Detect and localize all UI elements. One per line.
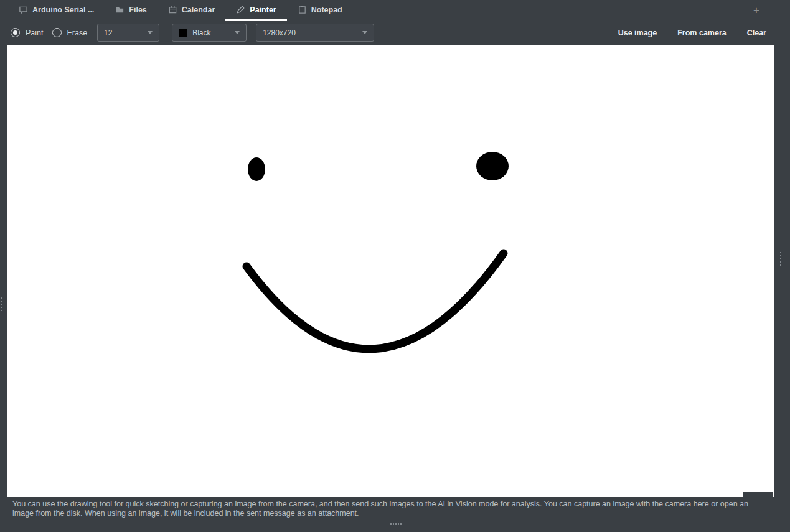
- left-panel-resize-handle[interactable]: [1, 297, 3, 311]
- smiley-drawing: [7, 45, 774, 497]
- canvas-size-value: 1280x720: [263, 29, 357, 37]
- paint-radio-circle: [11, 28, 20, 37]
- folder-icon: [115, 5, 125, 14]
- toolbar-actions: Use image From camera Clear: [618, 29, 766, 37]
- erase-radio-circle: [52, 28, 62, 37]
- chevron-down-icon: [235, 31, 240, 34]
- tab-label: Files: [129, 6, 147, 14]
- help-text: You can use the drawing tool for quick s…: [12, 500, 771, 518]
- tab-notepad[interactable]: Notepad: [287, 0, 353, 21]
- right-eye-stroke: [476, 152, 509, 180]
- tab-bar: Arduino Serial ... Files Calendar Painte…: [0, 0, 790, 21]
- erase-radio[interactable]: Erase: [52, 28, 88, 37]
- tab-calendar[interactable]: Calendar: [158, 0, 226, 21]
- color-swatch: [179, 29, 187, 37]
- chevron-down-icon: [148, 31, 153, 34]
- pencil-icon: [236, 5, 245, 14]
- tab-painter[interactable]: Painter: [225, 0, 286, 21]
- clear-button[interactable]: Clear: [747, 29, 766, 37]
- tab-label: Painter: [250, 6, 276, 14]
- tab-label: Arduino Serial ...: [32, 6, 94, 14]
- bottom-resize-handle[interactable]: [390, 523, 402, 525]
- painter-toolbar: Paint Erase 12 Black 1280x720 Use image …: [0, 21, 790, 45]
- erase-radio-label: Erase: [67, 29, 88, 37]
- use-image-button[interactable]: Use image: [618, 29, 657, 37]
- paint-radio[interactable]: Paint: [11, 28, 44, 37]
- calendar-icon: [168, 5, 177, 14]
- tab-files[interactable]: Files: [105, 0, 158, 21]
- chevron-down-icon: [362, 31, 367, 34]
- brush-size-value: 12: [104, 29, 143, 37]
- canvas-size-select[interactable]: 1280x720: [256, 24, 374, 42]
- color-value: Black: [192, 29, 230, 37]
- from-camera-button[interactable]: From camera: [677, 29, 727, 37]
- notepad-icon: [298, 5, 307, 14]
- smile-stroke: [247, 253, 504, 349]
- canvas-horizontal-scrollbar[interactable]: [743, 492, 773, 497]
- paint-canvas[interactable]: [7, 45, 774, 497]
- left-eye-stroke: [248, 157, 265, 181]
- paint-radio-label: Paint: [26, 29, 44, 37]
- color-select[interactable]: Black: [172, 24, 247, 42]
- right-panel-resize-handle[interactable]: [779, 252, 782, 266]
- tab-label: Notepad: [311, 6, 342, 14]
- tab-arduino-serial[interactable]: Arduino Serial ...: [8, 0, 105, 21]
- brush-size-select[interactable]: 12: [97, 24, 159, 42]
- chat-icon: [19, 5, 28, 14]
- new-tab-button[interactable]: +: [753, 5, 759, 16]
- tab-label: Calendar: [182, 6, 215, 14]
